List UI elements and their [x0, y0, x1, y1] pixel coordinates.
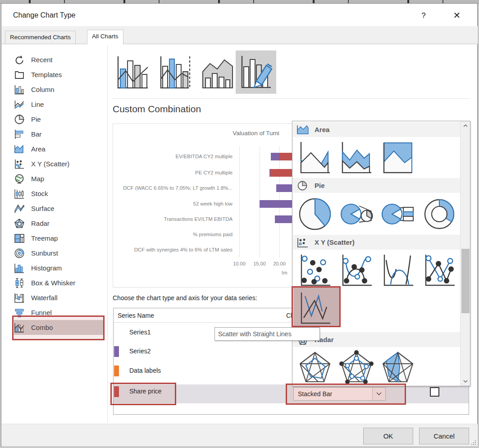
- tab-all-charts[interactable]: All Charts: [87, 30, 123, 44]
- ok-button[interactable]: OK: [363, 428, 413, 444]
- preview-category-label: EV/EBITDA CY2 multiple: [113, 154, 233, 159]
- preview-category-label: 52 week high low: [113, 201, 233, 206]
- scatter-mini-icon: [297, 237, 309, 248]
- cancel-button[interactable]: Cancel: [419, 428, 469, 444]
- annotation-box-share-price: [110, 383, 176, 405]
- preview-x-tick: 15.00: [250, 261, 269, 266]
- scrollbar-up-icon[interactable]: [461, 121, 470, 130]
- pie-icon: [14, 114, 25, 125]
- area-icon: [14, 144, 25, 155]
- sidebar-item-line[interactable]: Line: [14, 97, 104, 112]
- sidebar-item-histogram[interactable]: Histogram: [14, 261, 104, 275]
- sidebar-item-label: Bar: [31, 130, 41, 138]
- sidebar-item-label: Column: [31, 86, 55, 93]
- sidebar-item-stock[interactable]: Stock: [14, 186, 104, 201]
- sidebar-item-label: Treemap: [31, 234, 58, 242]
- combo-subtype-clustered-column-line-secondary-axis[interactable]: [157, 52, 193, 93]
- preview-bar-share-price: [270, 169, 292, 177]
- thumb-area[interactable]: [297, 139, 333, 176]
- sidebar-item-surface[interactable]: Surface: [14, 201, 104, 216]
- preview-bar-series2: [275, 215, 292, 223]
- pie-mini-icon: [297, 180, 309, 191]
- sidebar-item-label: Surface: [31, 205, 55, 212]
- preview-category-label: PE CY2 multiple: [113, 170, 233, 175]
- scrollbar-down-icon[interactable]: [461, 377, 470, 386]
- sidebar-item-pie[interactable]: Pie: [14, 112, 104, 127]
- sidebar-item-label: Histogram: [31, 264, 62, 272]
- combo-subtype-stacked-area-clustered-column[interactable]: [199, 52, 235, 93]
- gallery-section-title: Pie: [315, 182, 325, 189]
- combo-subtype-clustered-column-line[interactable]: [114, 52, 150, 93]
- thumb-stacked-area[interactable]: [338, 139, 375, 176]
- thumb-pie-of-pie[interactable]: [338, 195, 375, 232]
- sidebar-item-map[interactable]: Map: [14, 171, 104, 186]
- sidebar-item-label: Templates: [31, 71, 62, 78]
- thumb-radar[interactable]: [297, 349, 333, 386]
- sidebar-item-templates[interactable]: Templates: [14, 67, 104, 82]
- thumb-100-stacked-area[interactable]: [379, 139, 416, 176]
- change-chart-type-dialog: Change Chart Type ? ✕ Recommended Charts…: [1, 3, 478, 446]
- series-name-column-header: Series Name: [118, 312, 154, 319]
- series-name-series2[interactable]: Series2: [129, 347, 151, 355]
- sidebar-item-area[interactable]: Area: [14, 142, 104, 156]
- templates-icon: [14, 69, 25, 80]
- sidebar-item-column[interactable]: Column: [14, 82, 104, 97]
- resize-grip[interactable]: [470, 439, 476, 445]
- screen: Change Chart Type ? ✕ Recommended Charts…: [0, 0, 479, 448]
- column-icon: [14, 84, 25, 95]
- thumb-scatter-smooth[interactable]: [379, 252, 416, 289]
- gallery-section-header-x-y-scatter: X Y (Scatter): [293, 235, 461, 250]
- bar-icon: [14, 129, 25, 140]
- sidebar-item-radar[interactable]: Radar: [14, 216, 104, 231]
- sidebar-item-box-whisker[interactable]: Box & Whisker: [14, 275, 104, 290]
- secondary-axis-checkbox[interactable]: [430, 387, 439, 397]
- custom-combination-heading: Custom Combination: [113, 104, 201, 114]
- help-button[interactable]: ?: [416, 9, 431, 23]
- sidebar-item-x-y-scatter[interactable]: X Y (Scatter): [14, 156, 104, 171]
- tab-strip: Recommended Charts All Charts: [2, 26, 478, 44]
- preview-category-label: DCF with synergies 4% to 6% of LTM sales: [113, 247, 233, 252]
- sidebar-item-recent[interactable]: Recent: [14, 52, 104, 67]
- preview-x-axis-label: Im: [282, 270, 287, 275]
- thumb-bar-of-pie[interactable]: [379, 195, 416, 232]
- series-name-data-labels[interactable]: Data labels: [129, 367, 161, 374]
- thumb-pie[interactable]: [297, 195, 333, 232]
- sidebar-item-waterfall[interactable]: Waterfall: [14, 290, 104, 305]
- close-icon[interactable]: ✕: [448, 8, 465, 23]
- tab-recommended-charts[interactable]: Recommended Charts: [5, 31, 76, 44]
- sidebar-item-bar[interactable]: Bar: [14, 127, 104, 142]
- histogram-icon: [14, 263, 25, 274]
- sidebar-item-treemap[interactable]: Treemap: [14, 231, 104, 246]
- annotation-box-stacked-bar-dropdown: [286, 384, 406, 405]
- sidebar-item-label: Waterfall: [31, 294, 58, 302]
- surface-icon: [14, 203, 25, 214]
- gallery-section-title: Area: [315, 126, 329, 133]
- thumb-radar-markers[interactable]: [338, 349, 375, 386]
- sidebar-item-label: Area: [31, 145, 46, 153]
- scrollbar-thumb[interactable]: [461, 249, 470, 313]
- preview-x-tick: 20.00: [269, 261, 289, 266]
- tooltip: Scatter with Straight Lines: [214, 327, 320, 341]
- thumb-doughnut[interactable]: [421, 195, 458, 232]
- sidebar-item-label: Line: [31, 101, 44, 108]
- thumb-filled-radar[interactable]: [379, 349, 416, 386]
- combo-subtype-custom-combination[interactable]: [236, 50, 276, 94]
- thumb-scatter-straight-markers[interactable]: [421, 252, 458, 289]
- preview-bar-series2: [276, 184, 292, 192]
- preview-bar-series2: [260, 200, 292, 208]
- thumb-scatter[interactable]: [297, 252, 333, 289]
- preview-category-label: % premiums paid: [113, 232, 233, 237]
- area-mini-icon: [297, 124, 309, 135]
- annotation-box-scatter-straight-lines: [292, 286, 341, 327]
- preview-x-tick: 10.00: [229, 261, 249, 266]
- scatter-icon: [14, 159, 25, 169]
- preview-bar-series2: [271, 153, 279, 160]
- gallery-scrollbar[interactable]: [460, 121, 470, 386]
- gallery-section-title: X Y (Scatter): [315, 238, 355, 246]
- choose-series-prompt: Choose the chart type and axis for your …: [113, 294, 257, 302]
- preview-category-label: Transactions EV/LTM EBITDA: [113, 216, 233, 222]
- series-name-series1[interactable]: Series1: [129, 329, 151, 336]
- sidebar-item-sunburst[interactable]: Sunburst: [14, 246, 104, 261]
- thumb-scatter-smooth-markers[interactable]: [338, 252, 375, 289]
- sidebar-item-label: Radar: [31, 219, 50, 227]
